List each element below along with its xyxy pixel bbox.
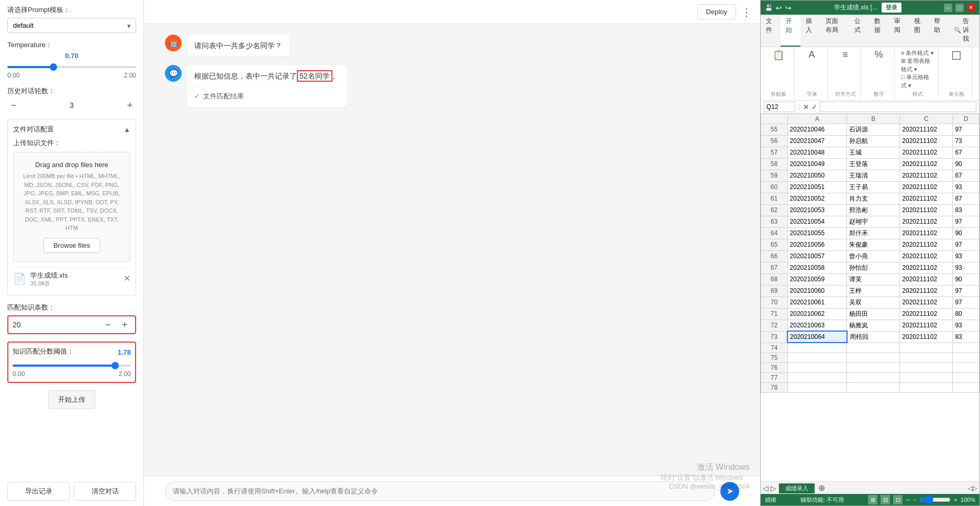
cell-D70[interactable]: 97	[953, 296, 979, 308]
cell-A61[interactable]: 2020210052	[787, 193, 847, 204]
zoom-in-icon[interactable]: +	[954, 497, 957, 503]
cell-C70[interactable]: 2020211102	[900, 296, 953, 308]
history-decrement-button[interactable]: −	[7, 99, 20, 112]
cell-A78[interactable]	[787, 382, 847, 392]
cell-A65[interactable]: 2020210056	[787, 239, 847, 250]
cell-D74[interactable]	[953, 343, 979, 353]
deploy-button[interactable]: Deploy	[697, 4, 736, 19]
cell-C61[interactable]: 2020211102	[900, 193, 953, 204]
cell-B58[interactable]: 王登落	[847, 158, 900, 170]
tab-view[interactable]: 视图	[909, 15, 929, 47]
cell-B55[interactable]: 石训源	[847, 124, 900, 135]
prompt-select-wrapper[interactable]: default ▾	[7, 18, 136, 33]
cell-D69[interactable]: 97	[953, 285, 979, 296]
col-header-C[interactable]: C	[900, 114, 953, 124]
chat-input[interactable]	[165, 481, 715, 501]
cell-C76[interactable]	[900, 362, 953, 372]
sheet-scroll-left-icon[interactable]: ◁	[763, 484, 769, 492]
cell-C68[interactable]: 2020211102	[900, 273, 953, 285]
cell-B65[interactable]: 朱俊豪	[847, 239, 900, 250]
cell-B69[interactable]: 王梓	[847, 285, 900, 296]
zoom-out-icon[interactable]: −	[913, 497, 916, 503]
cell-A67[interactable]: 2020210058	[787, 262, 847, 273]
temperature-slider[interactable]	[7, 66, 136, 68]
cell-A62[interactable]: 2020210053	[787, 204, 847, 216]
tab-review[interactable]: 审阅	[889, 15, 909, 47]
font-icon[interactable]: A	[808, 49, 815, 60]
cell-C78[interactable]	[900, 382, 953, 392]
cell-B67[interactable]: 孙怡彭	[847, 262, 900, 273]
cell-B75[interactable]	[847, 353, 900, 362]
cell-C74[interactable]	[900, 343, 953, 353]
confirm-formula-icon[interactable]: ✓	[811, 103, 818, 111]
cell-C72[interactable]: 2020211102	[900, 320, 953, 331]
page-break-view-button[interactable]: ⊡	[893, 495, 903, 504]
cell-B71[interactable]: 杨田田	[847, 308, 900, 320]
tab-insert[interactable]: 插入	[800, 15, 820, 47]
match-count-input[interactable]	[13, 321, 97, 329]
minimize-button[interactable]: ─	[944, 4, 952, 12]
cell-A66[interactable]: 2020210057	[787, 250, 847, 262]
cell-D72[interactable]: 93	[953, 320, 979, 331]
cell-D66[interactable]: 93	[953, 250, 979, 262]
browse-files-button[interactable]: Browse files	[43, 238, 100, 253]
close-button[interactable]: ✕	[967, 4, 975, 12]
cell-B73[interactable]: 周棓回	[847, 331, 900, 343]
cell-A75[interactable]	[787, 353, 847, 362]
cell-A70[interactable]: 2020210061	[787, 296, 847, 308]
number-icon[interactable]: %	[874, 49, 883, 60]
cell-D57[interactable]: 67	[953, 147, 979, 158]
cell-C60[interactable]: 2020211102	[900, 181, 953, 193]
tab-help[interactable]: 帮助	[929, 15, 949, 47]
cell-D61[interactable]: 87	[953, 193, 979, 204]
cell-D78[interactable]	[953, 382, 979, 392]
cell-icon[interactable]: ☐	[951, 49, 962, 63]
cell-C73[interactable]: 2020211102	[900, 331, 953, 343]
cell-B56[interactable]: 孙启航	[847, 135, 900, 147]
cell-C59[interactable]: 2020211102	[900, 170, 953, 181]
cell-B62[interactable]: 邢浩彬	[847, 204, 900, 216]
file-remove-button[interactable]: ✕	[124, 273, 130, 283]
cell-C63[interactable]: 2020211102	[900, 216, 953, 227]
cell-D62[interactable]: 83	[953, 204, 979, 216]
cell-B63[interactable]: 赵翊宇	[847, 216, 900, 227]
tab-home[interactable]: 开始	[781, 15, 800, 47]
cell-B72[interactable]: 杨雅岚	[847, 320, 900, 331]
cell-B78[interactable]	[847, 382, 900, 392]
cell-B74[interactable]	[847, 343, 900, 353]
cell-A69[interactable]: 2020210060	[787, 285, 847, 296]
tab-data[interactable]: 数据	[869, 15, 889, 47]
excel-grid[interactable]: A B C D 552020210046石训源20202111029756202…	[761, 114, 979, 481]
scroll-right-icon[interactable]: ▷	[973, 485, 977, 492]
cell-C58[interactable]: 2020211102	[900, 158, 953, 170]
cell-C64[interactable]: 2020211102	[900, 227, 953, 239]
clear-conversation-button[interactable]: 清空对话	[74, 482, 136, 501]
collapse-arrow-icon[interactable]: ▲	[124, 126, 130, 134]
cell-B64[interactable]: 郑仟禾	[847, 227, 900, 239]
conditional-format-label[interactable]: ≡ 条件格式 ▾	[901, 49, 934, 57]
cell-B70[interactable]: 吴双	[847, 296, 900, 308]
cell-A60[interactable]: 2020210051	[787, 181, 847, 193]
table-format-label[interactable]: ⊞ 套用表格格式 ▾	[901, 57, 934, 73]
cancel-formula-icon[interactable]: ✕	[803, 103, 809, 111]
cell-A57[interactable]: 2020210048	[787, 147, 847, 158]
cell-A77[interactable]	[787, 372, 847, 382]
cell-C67[interactable]: 2020211102	[900, 262, 953, 273]
cell-D63[interactable]: 97	[953, 216, 979, 227]
cell-C65[interactable]: 2020211102	[900, 239, 953, 250]
upload-start-button[interactable]: 开始上传	[48, 390, 95, 409]
sheet-tab-grades[interactable]: 成绩录入	[778, 483, 815, 493]
tab-page-layout[interactable]: 页面布局	[820, 15, 850, 47]
cell-A73[interactable]: 2020210064	[787, 331, 847, 343]
cell-D71[interactable]: 80	[953, 308, 979, 320]
cell-A68[interactable]: 2020210059	[787, 273, 847, 285]
cell-A59[interactable]: 2020210050	[787, 170, 847, 181]
cell-D65[interactable]: 97	[953, 239, 979, 250]
align-icon[interactable]: ≡	[842, 49, 848, 60]
export-record-button[interactable]: 导出记录	[7, 482, 70, 501]
cell-D58[interactable]: 90	[953, 158, 979, 170]
cell-D60[interactable]: 93	[953, 181, 979, 193]
score-slider[interactable]	[13, 365, 131, 367]
cell-B77[interactable]	[847, 372, 900, 382]
match-count-increment-button[interactable]: +	[118, 318, 131, 331]
